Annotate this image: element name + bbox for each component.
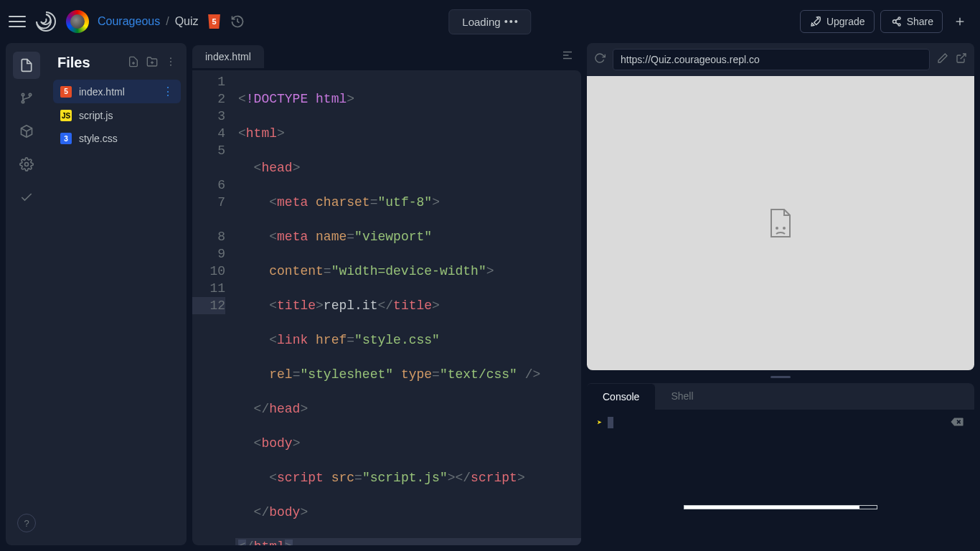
sidebar: ? Files 5 [6,43,187,545]
editor-format-button[interactable] [561,49,581,65]
hamburger-icon[interactable] [9,13,26,30]
rail-settings[interactable] [13,151,40,178]
svg-point-15 [170,64,171,65]
tab-console[interactable]: Console [587,383,655,410]
file-item-style-css[interactable]: 3 style.css [53,128,181,149]
editor-tab-index-html[interactable]: index.html [192,45,264,68]
external-link-icon [956,52,967,64]
rocket-icon [809,15,822,28]
browser-toolbar [587,43,974,76]
share-button[interactable]: Share [880,10,943,33]
prompt-arrow-icon: ➤ [597,418,602,428]
svg-point-6 [22,100,24,103]
file-item-more[interactable]: ⋮ [162,85,174,98]
header: Courageous / Quiz 5 Loading Upgrade Shar… [0,0,980,43]
svg-point-1 [898,17,900,19]
check-icon [19,190,34,204]
format-icon [561,49,574,62]
rail-help[interactable]: ? [13,509,40,537]
new-file-button[interactable] [128,56,139,70]
pencil-icon [937,52,948,64]
console-output[interactable]: ➤ [587,410,974,545]
breadcrumb-separator: / [166,15,169,28]
svg-point-20 [776,227,778,229]
new-folder-button[interactable] [146,56,158,70]
code-content[interactable]: <!DOCTYPE html> <html> <head> <meta char… [235,73,581,545]
run-status: Loading [448,9,531,34]
files-title: Files [57,55,90,71]
svg-point-13 [170,57,171,59]
clear-console-button[interactable] [950,417,964,429]
breadcrumb-owner[interactable]: Courageous [98,15,160,28]
refresh-icon [594,52,606,64]
resize-handle[interactable] [587,375,974,379]
progress-indicator [597,505,964,509]
svg-point-8 [25,163,29,166]
plus-icon [954,16,966,27]
user-avatar[interactable] [66,10,89,33]
browser-panel [587,43,974,370]
replit-logo-icon[interactable] [34,10,57,33]
new-folder-icon [146,56,158,67]
svg-point-7 [29,93,31,95]
prompt-cursor [608,417,613,428]
code-editor[interactable]: 123456789101112 <!DOCTYPE html> <html> <… [192,70,581,545]
file-item-index-html[interactable]: 5 index.html ⋮ [53,80,181,103]
package-icon [19,124,34,138]
svg-point-14 [170,61,171,62]
open-external-button[interactable] [956,52,967,67]
right-panel: Console Shell ➤ [587,43,974,545]
url-input[interactable] [613,49,930,70]
rail-files[interactable] [13,52,40,79]
js-file-icon: JS [60,110,72,121]
svg-point-2 [898,24,900,26]
rail-vcs[interactable] [13,85,40,112]
new-file-icon [128,56,139,67]
help-icon: ? [17,514,36,532]
branch-icon [19,91,34,105]
html5-badge-icon: 5 [207,14,222,29]
rail-packages[interactable] [13,118,40,145]
edit-url-button[interactable] [937,52,948,67]
console-tabs: Console Shell [587,383,974,410]
sidebar-rail: ? [6,43,47,545]
tab-shell[interactable]: Shell [655,383,709,410]
breadcrumb: Courageous / Quiz [98,15,199,28]
html-file-icon: 5 [60,86,72,98]
history-icon[interactable] [230,14,245,29]
editor-tabs: index.html [192,43,581,70]
share-icon [890,15,903,28]
upgrade-label: Upgrade [826,16,865,27]
editor-panel: index.html 123456789101112 <!DOCTYPE htm… [192,43,581,545]
svg-point-5 [22,93,24,95]
gear-icon [19,157,34,171]
console-prompt[interactable]: ➤ [597,417,964,428]
line-gutter: 123456789101112 [192,73,235,545]
refresh-button[interactable] [594,52,606,67]
new-tab-button[interactable] [948,10,971,33]
file-list: 5 index.html ⋮ JS script.js 3 style.css [53,80,181,149]
svg-line-19 [961,54,966,59]
file-name: style.css [79,133,118,144]
more-vertical-icon [165,56,176,67]
file-name: script.js [79,110,113,121]
breadcrumb-project[interactable]: Quiz [175,15,199,28]
console-panel: Console Shell ➤ [587,383,974,545]
upgrade-button[interactable]: Upgrade [800,10,875,33]
css-file-icon: 3 [60,133,72,144]
file-item-script-js[interactable]: JS script.js [53,105,181,126]
broken-page-icon [765,207,796,240]
share-label: Share [907,16,933,27]
files-panel: Files 5 index.html ⋮ [47,43,187,545]
browser-preview [587,76,974,370]
loading-indicator[interactable]: Loading [448,9,531,34]
svg-point-21 [783,227,785,229]
file-icon [19,58,34,72]
files-more-button[interactable] [165,56,176,70]
file-name: index.html [79,86,125,98]
main-layout: ? Files 5 [0,43,980,551]
loading-label: Loading [462,16,500,28]
rail-check[interactable] [13,184,40,211]
loading-dots-icon [505,20,518,23]
backspace-icon [950,417,964,427]
